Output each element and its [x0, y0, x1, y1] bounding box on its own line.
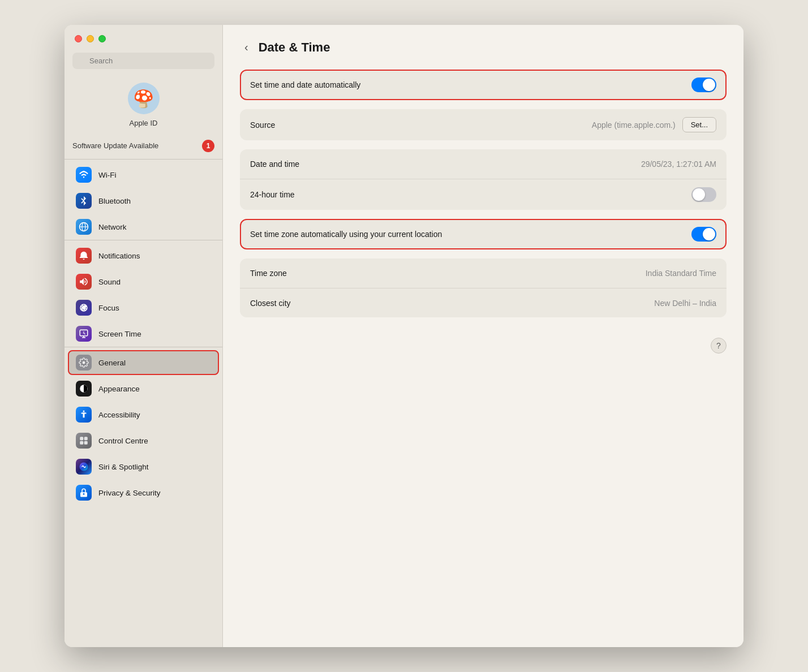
sidebar-item-general[interactable]: General	[68, 350, 219, 375]
notifications-icon	[76, 248, 92, 264]
sidebar-label-controlcentre: Control Centre	[98, 437, 148, 445]
appearance-icon	[76, 381, 92, 397]
sidebar: 🔍 🍄 Apple ID Software Update Available 1…	[65, 25, 223, 647]
back-button[interactable]: ‹	[240, 38, 253, 56]
maximize-button[interactable]	[98, 35, 106, 42]
sidebar-label-bluetooth: Bluetooth	[98, 197, 131, 205]
controlcentre-icon	[76, 433, 92, 449]
24hour-toggle[interactable]	[691, 187, 716, 202]
closest-city-row: Closest city New Delhi – India	[240, 288, 727, 317]
help-button[interactable]: ?	[711, 338, 727, 354]
sidebar-item-appearance[interactable]: Appearance	[68, 376, 219, 401]
set-time-auto-label: Set time and date automatically	[250, 80, 360, 89]
set-time-auto-row: Set time and date automatically	[240, 70, 727, 100]
timezone-auto-group: Set time zone automatically using your c…	[240, 219, 727, 249]
svg-rect-9	[80, 437, 83, 440]
sidebar-item-bluetooth[interactable]: Bluetooth	[68, 188, 219, 213]
sidebar-item-focus[interactable]: Focus	[68, 295, 219, 320]
source-value: Apple (time.apple.com.)	[592, 120, 676, 130]
privacy-icon	[76, 485, 92, 501]
source-row: Source Apple (time.apple.com.) Set...	[240, 109, 727, 140]
avatar-emoji: 🍄	[133, 89, 154, 109]
sidebar-item-sound[interactable]: Sound	[68, 269, 219, 294]
close-button[interactable]	[75, 35, 82, 42]
help-area: ?	[240, 326, 727, 359]
search-input[interactable]	[72, 53, 214, 69]
date-and-time-row: Date and time 29/05/23, 1:27:01 AM	[240, 149, 727, 179]
svg-rect-10	[84, 437, 88, 440]
sidebar-item-screentime[interactable]: Screen Time	[68, 321, 219, 346]
sidebar-label-privacy: Privacy & Security	[98, 489, 161, 497]
screentime-icon	[76, 326, 92, 342]
sidebar-divider-3	[65, 347, 222, 347]
sidebar-label-wifi: Wi-Fi	[98, 171, 116, 179]
svg-rect-11	[80, 441, 83, 445]
software-update-row[interactable]: Software Update Available 1	[65, 135, 222, 159]
datetime-group: Date and time 29/05/23, 1:27:01 AM 24-ho…	[240, 149, 727, 210]
minimize-button[interactable]	[87, 35, 94, 42]
sidebar-item-notifications[interactable]: Notifications	[68, 243, 219, 268]
sidebar-item-siri[interactable]: Siri & Spotlight	[68, 454, 219, 479]
software-update-text: Software Update Available	[72, 141, 158, 151]
24hour-row: 24-hour time	[240, 179, 727, 210]
set-source-button[interactable]: Set...	[682, 117, 716, 132]
sidebar-label-network: Network	[98, 223, 127, 231]
search-container: 🔍	[65, 49, 222, 76]
timezone-row: Time zone India Standard Time	[240, 259, 727, 288]
toggle-knob-tz	[703, 228, 715, 240]
sidebar-label-sound: Sound	[98, 278, 121, 286]
apple-id-section[interactable]: 🍄 Apple ID	[65, 76, 222, 135]
wifi-icon	[76, 167, 92, 183]
search-wrapper: 🔍	[72, 53, 214, 69]
svg-point-4	[83, 361, 85, 364]
sidebar-item-controlcentre[interactable]: Control Centre	[68, 428, 219, 453]
closest-city-label: Closest city	[250, 299, 291, 308]
general-icon	[76, 355, 92, 371]
source-group: Source Apple (time.apple.com.) Set...	[240, 109, 727, 140]
avatar: 🍄	[128, 83, 160, 114]
update-badge: 1	[202, 140, 214, 152]
main-content: ‹ Date & Time Set time and date automati…	[223, 25, 743, 647]
sidebar-divider	[65, 159, 222, 160]
page-header: ‹ Date & Time	[240, 38, 727, 56]
sidebar-item-wifi[interactable]: Wi-Fi	[68, 162, 219, 187]
siri-icon	[76, 459, 92, 475]
sidebar-label-general: General	[98, 359, 126, 367]
main-window: 🔍 🍄 Apple ID Software Update Available 1…	[65, 25, 743, 647]
sidebar-label-focus: Focus	[98, 304, 119, 312]
bluetooth-icon	[76, 193, 92, 209]
timezone-value: India Standard Time	[646, 269, 716, 278]
source-label: Source	[250, 120, 275, 130]
network-icon	[76, 219, 92, 235]
sidebar-item-accessibility[interactable]: Accessibility	[68, 402, 219, 427]
focus-icon	[76, 300, 92, 316]
sidebar-label-siri: Siri & Spotlight	[98, 463, 149, 471]
timezone-label: Time zone	[250, 269, 287, 278]
sidebar-item-privacy[interactable]: Privacy & Security	[68, 480, 219, 505]
sidebar-label-notifications: Notifications	[98, 252, 140, 260]
set-timezone-auto-label: Set time zone automatically using your c…	[250, 230, 442, 239]
set-timezone-auto-toggle[interactable]	[691, 227, 716, 242]
date-and-time-label: Date and time	[250, 160, 299, 169]
svg-point-8	[83, 411, 85, 412]
sidebar-item-network[interactable]: Network	[68, 214, 219, 239]
page-title: Date & Time	[259, 40, 330, 55]
sidebar-divider-2	[65, 240, 222, 240]
sidebar-label-appearance: Appearance	[98, 385, 140, 393]
date-and-time-value: 29/05/23, 1:27:01 AM	[641, 160, 716, 169]
24hour-label: 24-hour time	[250, 190, 295, 199]
sidebar-label-accessibility: Accessibility	[98, 411, 140, 419]
set-time-auto-toggle[interactable]	[691, 77, 716, 92]
traffic-lights	[65, 25, 222, 49]
accessibility-icon	[76, 407, 92, 423]
svg-rect-12	[84, 441, 88, 445]
set-timezone-auto-row: Set time zone automatically using your c…	[240, 219, 727, 249]
toggle-knob	[703, 79, 715, 91]
source-value-area: Apple (time.apple.com.) Set...	[592, 117, 716, 132]
apple-id-label: Apple ID	[130, 119, 158, 127]
toggle-knob-24	[693, 188, 705, 201]
sidebar-label-screentime: Screen Time	[98, 330, 141, 338]
closest-city-value: New Delhi – India	[654, 299, 716, 308]
sound-icon	[76, 274, 92, 290]
auto-time-group: Set time and date automatically	[240, 70, 727, 100]
